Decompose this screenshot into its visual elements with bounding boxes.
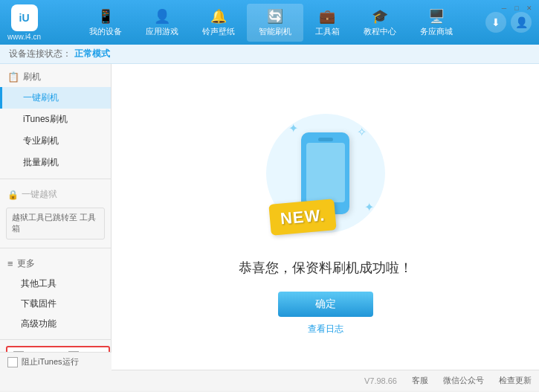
nav-toolbox-label: 工具箱: [315, 26, 340, 37]
advanced-label: 高级功能: [21, 318, 57, 329]
more-icon: ≡: [7, 258, 13, 269]
sidebar-item-pro-flash[interactable]: 专业刷机: [0, 130, 111, 152]
maximize-button[interactable]: □: [511, 3, 522, 13]
prevent-itunes-label: 阻止iTunes运行: [22, 356, 79, 367]
nav-my-device[interactable]: 📱 我的设备: [77, 4, 134, 42]
nav-my-device-label: 我的设备: [89, 26, 122, 37]
view-log-link[interactable]: 查看日志: [308, 323, 343, 335]
minimize-button[interactable]: ─: [499, 3, 509, 13]
logo-text: iU: [19, 12, 30, 24]
close-button[interactable]: ✕: [524, 3, 535, 13]
itunes-flash-label: iTunes刷机: [23, 114, 68, 124]
nav-app-game-label: 应用游戏: [146, 26, 178, 37]
more-section: ≡ 更多 其他工具 下载固件 高级功能: [0, 251, 111, 337]
status-bar: 设备连接状态： 正常模式: [0, 45, 539, 64]
jailbreak-section: 🔒 一键越狱 越狱工具已跳转至 工具箱: [0, 181, 111, 245]
nav-ringtone-label: 铃声壁纸: [202, 26, 235, 37]
warning-text: 越狱工具已跳转至 工具箱: [12, 213, 96, 233]
nav-tutorial[interactable]: 🎓 教程中心: [352, 4, 408, 42]
sparkle-1: ✦: [288, 121, 298, 135]
footer-customer-service[interactable]: 客服: [412, 375, 428, 386]
batch-flash-label: 批量刷机: [23, 157, 59, 167]
flash-section-icon: 📋: [7, 71, 19, 83]
sidebar-item-itunes-flash[interactable]: iTunes刷机: [0, 109, 111, 130]
flash-section: 📋 刷机 一键刷机 iTunes刷机 专业刷机 批量刷机: [0, 64, 111, 176]
jailbreak-icon: 🔒: [7, 190, 19, 200]
logo: iU www.i4.cn: [7, 4, 41, 41]
sparkle-3: ✦: [364, 200, 374, 214]
nav-business-label: 务应商城: [420, 26, 453, 37]
flash-section-label: 刷机: [23, 71, 41, 83]
nav-business[interactable]: 🖥️ 务应商城: [408, 4, 465, 42]
logo-subtext: www.i4.cn: [7, 33, 41, 41]
footer-wechat[interactable]: 微信公众号: [443, 375, 484, 386]
sidebar-item-download-firmware[interactable]: 下载固件: [0, 294, 111, 314]
ringtone-icon: 🔔: [210, 8, 227, 25]
confirm-button[interactable]: 确定: [278, 292, 373, 317]
flash-section-header: 📋 刷机: [0, 67, 111, 87]
new-badge: NEW.: [268, 199, 337, 236]
other-tools-label: 其他工具: [21, 278, 57, 289]
sidebar-item-one-key-flash[interactable]: 一键刷机: [0, 87, 111, 109]
success-illustration: ✦ ✧ ✦ NEW.: [259, 99, 393, 248]
nav-app-game[interactable]: 👤 应用游戏: [134, 4, 190, 42]
nav-smart-flash[interactable]: 🔄 智能刷机: [247, 4, 303, 42]
user-button[interactable]: 👤: [511, 12, 532, 33]
prevent-itunes-bar: 阻止iTunes运行: [0, 352, 112, 371]
header: iU www.i4.cn 📱 我的设备 👤 应用游戏 🔔 铃声壁纸 🔄 智能刷机: [0, 0, 539, 45]
sidebar-item-other-tools[interactable]: 其他工具: [0, 274, 111, 294]
sparkle-2: ✧: [357, 125, 367, 139]
success-message: 恭喜您，保资料刷机成功啦！: [239, 259, 413, 277]
footer-version: V7.98.66: [364, 376, 397, 385]
logo-icon: iU: [11, 4, 38, 31]
content-area: ✦ ✧ ✦ NEW. 恭喜您，保资料刷机成功啦！: [112, 64, 539, 370]
warning-box: 越狱工具已跳转至 工具箱: [6, 208, 105, 240]
more-section-header: ≡ 更多: [0, 254, 111, 274]
status-value: 正常模式: [74, 48, 110, 60]
nav-toolbox[interactable]: 💼 工具箱: [303, 4, 352, 42]
sidebar-divider-1: [0, 179, 111, 179]
nav-bar: 📱 我的设备 👤 应用游戏 🔔 铃声壁纸 🔄 智能刷机 💼 工具箱 🎓: [56, 4, 485, 42]
new-badge-text: NEW.: [279, 205, 325, 228]
nav-ringtone[interactable]: 🔔 铃声壁纸: [190, 4, 247, 42]
sidebar: 📋 刷机 一键刷机 iTunes刷机 专业刷机 批量刷机: [0, 64, 112, 370]
footer: V7.98.66 客服 微信公众号 检查更新: [0, 370, 539, 391]
app-game-icon: 👤: [154, 8, 170, 25]
sidebar-divider-3: [0, 339, 111, 340]
tutorial-icon: 🎓: [372, 8, 388, 25]
nav-tutorial-label: 教程中心: [364, 26, 396, 37]
window-controls: ─ □ ✕: [499, 3, 535, 13]
nav-smart-flash-label: 智能刷机: [259, 26, 291, 37]
prevent-itunes-checkbox[interactable]: [7, 357, 18, 367]
sidebar-divider-2: [0, 248, 111, 248]
sidebar-item-advanced[interactable]: 高级功能: [0, 314, 111, 334]
sidebar-item-batch-flash[interactable]: 批量刷机: [0, 152, 111, 173]
footer-check-update[interactable]: 检查更新: [499, 375, 532, 386]
status-prefix: 设备连接状态：: [9, 48, 71, 60]
more-label: 更多: [17, 257, 35, 270]
one-key-flash-label: 一键刷机: [23, 92, 59, 103]
download-button[interactable]: ⬇: [485, 12, 506, 33]
toolbox-icon: 💼: [319, 8, 335, 25]
jailbreak-section-header: 🔒 一键越狱: [0, 184, 111, 205]
phone-notch: [318, 138, 333, 141]
phone-screen: [306, 143, 345, 202]
jailbreak-label: 一键越狱: [22, 188, 57, 201]
pro-flash-label: 专业刷机: [23, 135, 59, 146]
my-device-icon: 📱: [97, 8, 114, 25]
header-right: ⬇ 👤: [485, 12, 532, 33]
download-firmware-label: 下载固件: [21, 298, 57, 309]
main-layout: 📋 刷机 一键刷机 iTunes刷机 专业刷机 批量刷机: [0, 64, 539, 370]
smart-flash-icon: 🔄: [267, 8, 283, 25]
business-icon: 🖥️: [428, 8, 445, 25]
